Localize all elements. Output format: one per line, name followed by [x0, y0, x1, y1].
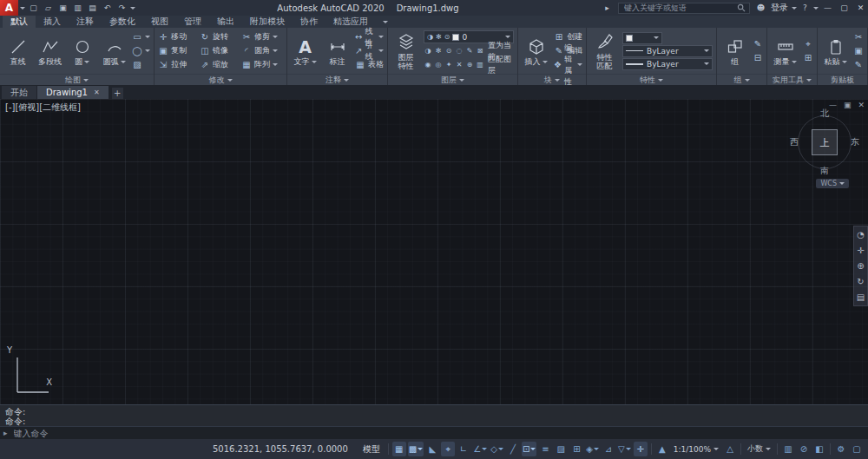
trim-tool[interactable]: ✂修剪: [241, 30, 283, 43]
selection-filter-caret-icon[interactable]: [626, 448, 631, 450]
ellipse-caret-icon[interactable]: [145, 49, 150, 52]
quick-properties-toggle[interactable]: ▥: [781, 442, 795, 456]
panel-expander-clipboard[interactable]: 剪贴板: [818, 74, 867, 85]
panel-expander-block[interactable]: 块: [518, 74, 586, 85]
annotation-scale-button[interactable]: 1:1/100%: [671, 445, 721, 454]
line-tool[interactable]: 直线: [3, 36, 32, 66]
3d-osnap-caret-icon[interactable]: [594, 448, 599, 450]
lineweight-select[interactable]: ByLayer: [622, 58, 713, 70]
new-drawing-tab-button[interactable]: +: [112, 88, 123, 99]
view-cube-west[interactable]: 西: [790, 136, 799, 148]
panel-expander-properties[interactable]: 特性: [587, 74, 716, 85]
group-edit-tool[interactable]: ✎: [753, 37, 763, 50]
window-maximize-button[interactable]: ▢: [837, 0, 852, 16]
linetype-select[interactable]: ByLayer: [622, 45, 713, 57]
zoom-icon[interactable]: ⊕: [857, 261, 864, 271]
object-snap-toggle[interactable]: ⊡: [522, 442, 536, 456]
save-button[interactable]: ▣: [56, 2, 69, 14]
tab-collaborate[interactable]: 协作: [293, 16, 326, 28]
mirror-tool[interactable]: ◫镜像: [200, 44, 241, 57]
ungroup-tool[interactable]: ⊟: [753, 51, 763, 64]
ortho-toggle[interactable]: ∟: [457, 442, 470, 456]
rotate-tool[interactable]: ↻旋转: [200, 30, 241, 43]
measure-caret-icon[interactable]: [792, 61, 797, 63]
drawing-canvas[interactable]: [-][俯视][二维线框] — ▣ ✕ 北 南 西 东 上 WCS ◔ ✛ ⊕ …: [0, 99, 868, 404]
3d-object-snap-toggle[interactable]: ◈: [585, 442, 600, 456]
sign-in-caret-icon[interactable]: [792, 7, 797, 10]
layer-thaw-icon[interactable]: ◎: [434, 61, 443, 69]
command-input-row[interactable]: ▸: [0, 426, 868, 439]
edit-attributes-tool[interactable]: ❖编辑属性: [554, 58, 582, 71]
insert-caret-icon[interactable]: [542, 61, 548, 63]
layer-properties-button[interactable]: 图层特性: [391, 31, 420, 70]
hatch-tool[interactable]: ▨: [132, 58, 150, 71]
save-as-button[interactable]: ▥: [71, 2, 84, 14]
ellipse-tool[interactable]: ◯: [132, 44, 150, 57]
panel-expander-layers[interactable]: 图层: [388, 74, 517, 85]
rectangle-caret-icon[interactable]: [145, 36, 150, 38]
polar-tracking-toggle[interactable]: ∠: [472, 442, 488, 456]
layer-select-caret-icon[interactable]: [505, 36, 510, 38]
view-cube-top-face[interactable]: 上: [812, 129, 838, 155]
layer-on-icon[interactable]: ◉: [424, 61, 432, 69]
ribbon-display-toggle[interactable]: [376, 16, 395, 28]
window-minimize-button[interactable]: —: [820, 0, 835, 16]
dynamic-input-toggle[interactable]: ⌖: [441, 442, 455, 456]
annotation-autoscale-toggle[interactable]: △: [723, 442, 737, 456]
text-caret-icon[interactable]: [312, 61, 317, 63]
isodraft-caret-icon[interactable]: [498, 448, 503, 450]
tab-insert[interactable]: 插入: [36, 16, 69, 28]
redo-button[interactable]: ↷: [115, 2, 128, 14]
object-color-select[interactable]: [622, 32, 662, 44]
search-collapse-icon[interactable]: ▸: [601, 3, 614, 12]
id-point-tool[interactable]: ⌖: [803, 37, 813, 50]
panel-expander-annotation[interactable]: 注释: [287, 74, 387, 85]
measure-button[interactable]: 测量: [771, 36, 799, 66]
polyline-tool[interactable]: 多段线: [36, 36, 64, 66]
doc-minimize-button[interactable]: —: [829, 101, 837, 109]
tab-home[interactable]: 默认: [3, 16, 36, 28]
tab-annotate[interactable]: 注释: [69, 16, 102, 28]
match-properties-button[interactable]: 特性匹配: [590, 31, 619, 70]
snap-caret-icon[interactable]: [418, 448, 423, 450]
graphics-performance-toggle[interactable]: ◧: [812, 442, 826, 456]
command-input[interactable]: [12, 428, 868, 439]
transparency-toggle[interactable]: ▨: [554, 442, 568, 456]
clean-screen-button[interactable]: ▢: [850, 442, 864, 456]
circle-caret-icon[interactable]: [84, 61, 89, 63]
circle-tool[interactable]: 圆: [68, 36, 96, 66]
quick-access-caret-icon[interactable]: [130, 7, 135, 10]
layer-freeze-tool-icon[interactable]: ✻: [434, 47, 443, 55]
annotation-visibility-toggle[interactable]: ▲: [655, 442, 669, 456]
dimension-tool[interactable]: 标注: [323, 36, 352, 66]
group-button[interactable]: 组: [720, 36, 749, 66]
help-search-box[interactable]: [618, 3, 750, 14]
layer-delete-icon[interactable]: ⊠: [476, 47, 484, 55]
panel-expander-utilities[interactable]: 实用工具: [767, 74, 817, 85]
insert-block-button[interactable]: 插入: [522, 36, 550, 66]
gizmo-toggle[interactable]: ✛: [634, 442, 648, 456]
help-button[interactable]: ?: [799, 3, 812, 12]
doc-close-button[interactable]: ✕: [858, 101, 865, 109]
dynamic-ucs-toggle[interactable]: ⊿: [602, 442, 615, 456]
layer-unlock-icon[interactable]: ✦: [444, 61, 453, 69]
layer-turn-off-icon[interactable]: ✕: [455, 61, 464, 69]
infer-constraints-toggle[interactable]: ◣: [425, 442, 439, 456]
leader-tool[interactable]: ↗引线: [355, 44, 384, 57]
panel-expander-draw[interactable]: 绘图: [0, 74, 154, 85]
fillet-tool[interactable]: ◜圆角: [241, 44, 283, 57]
rectangle-tool[interactable]: ▭: [132, 30, 150, 43]
tab-view[interactable]: 视图: [143, 16, 176, 28]
array-caret-icon[interactable]: [273, 63, 278, 66]
help-caret-icon[interactable]: [813, 7, 819, 10]
grid-toggle[interactable]: ▦: [392, 442, 406, 456]
view-cube-east[interactable]: 东: [851, 136, 859, 148]
file-tab-close-icon[interactable]: ✕: [94, 89, 100, 96]
array-tool[interactable]: ▦阵列: [241, 58, 283, 71]
edit-attributes-caret-icon[interactable]: [577, 63, 582, 66]
orbit-icon[interactable]: ↻: [857, 277, 864, 286]
match-layer-button[interactable]: 匹配图层: [488, 54, 514, 76]
application-menu-button[interactable]: A: [0, 0, 18, 16]
tab-parametric[interactable]: 参数化: [102, 16, 143, 28]
layer-unisolate-icon[interactable]: ◌: [455, 47, 464, 55]
